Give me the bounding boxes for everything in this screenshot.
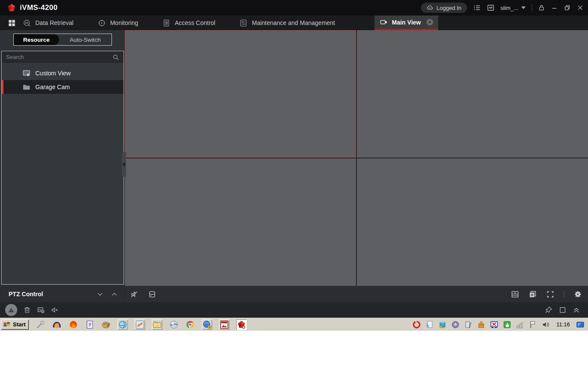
status-bar xyxy=(0,302,588,318)
start-label: Start xyxy=(13,321,26,328)
task-list-icon[interactable] xyxy=(473,4,481,12)
quick-launch xyxy=(36,319,247,330)
minimize-button[interactable] xyxy=(551,4,558,11)
sidebar-tab-group: Resource Auto-Switch xyxy=(13,34,112,46)
video-grid-2x2 xyxy=(125,30,588,286)
microphone-app-icon[interactable] xyxy=(36,320,45,329)
chrome-app-icon[interactable] xyxy=(186,320,195,329)
blue-orb-app-icon xyxy=(202,320,212,329)
tab-access-control[interactable]: Access Control xyxy=(162,16,215,30)
video-pane-1-selected[interactable] xyxy=(125,30,356,158)
tab-monitoring[interactable]: Monitoring xyxy=(98,16,138,30)
record-disk-icon[interactable] xyxy=(148,290,156,298)
audacity-app-icon[interactable] xyxy=(52,320,62,329)
square-window-icon[interactable] xyxy=(559,306,566,314)
tray-star-orb-icon[interactable] xyxy=(451,320,460,329)
tray-orange-box-icon[interactable] xyxy=(477,320,486,329)
resource-panel: Custom View Garage Cam xyxy=(1,51,124,285)
pin-icon[interactable] xyxy=(545,306,553,314)
video-pane-3[interactable] xyxy=(125,158,356,286)
folder-app-icon xyxy=(152,320,162,329)
monitoring-icon xyxy=(98,19,106,27)
tree-item-label: Custom View xyxy=(35,70,71,77)
tray-document-icon[interactable] xyxy=(425,320,434,329)
double-chevron-up-icon[interactable] xyxy=(573,306,580,314)
internet-explorer-button[interactable] xyxy=(118,319,128,330)
tab-main-view[interactable]: Main View ✕ xyxy=(374,16,438,30)
chevron-down-icon[interactable] xyxy=(97,291,103,298)
app-logo-icon xyxy=(7,3,16,12)
ptz-control-label: PTZ Control xyxy=(9,291,43,298)
ivms-taskbar-button[interactable] xyxy=(236,319,247,330)
remote-tool-button[interactable] xyxy=(202,319,212,330)
resource-tree: Custom View Garage Cam xyxy=(2,66,124,94)
system-tray: 11:16 xyxy=(412,320,586,329)
notes-app-icon[interactable] xyxy=(85,320,94,329)
restore-button[interactable] xyxy=(564,4,571,11)
taskbar-clock[interactable]: 11:16 xyxy=(556,321,570,328)
logged-in-badge[interactable]: Logged In xyxy=(421,3,467,13)
start-button[interactable]: Start xyxy=(1,319,29,330)
lock-icon[interactable] xyxy=(538,4,545,11)
tab-label: Monitoring xyxy=(110,19,138,26)
tray-clipboard-plug-icon[interactable] xyxy=(464,320,473,329)
paint-app-icon[interactable] xyxy=(101,320,111,329)
window-division-icon[interactable] xyxy=(511,290,519,298)
tray-red-sync-icon[interactable] xyxy=(412,320,421,329)
tab-auto-switch[interactable]: Auto-Switch xyxy=(59,34,111,45)
file-manager-button[interactable] xyxy=(152,319,162,330)
trash-icon[interactable] xyxy=(23,306,31,314)
alarm-triangle-icon xyxy=(8,307,15,313)
alarm-center-button[interactable] xyxy=(5,304,17,316)
app-window: iVMS-4200 Logged In slim_... xyxy=(0,0,588,331)
statistics-icon[interactable] xyxy=(487,4,495,12)
tray-signal-bars-icon[interactable] xyxy=(516,320,524,329)
swirl-app-icon xyxy=(135,320,145,329)
image-viewer-button[interactable] xyxy=(219,319,229,330)
access-control-icon xyxy=(162,19,170,27)
user-menu[interactable]: slim_... xyxy=(501,5,526,11)
chevron-up-icon[interactable] xyxy=(111,291,118,298)
search-icon[interactable] xyxy=(112,54,119,61)
windows-taskbar: Start xyxy=(0,318,588,331)
audio-muted-icon[interactable] xyxy=(130,290,139,298)
globe-browser-icon[interactable] xyxy=(169,320,179,329)
close-all-views-icon[interactable] xyxy=(529,290,537,298)
fullscreen-icon[interactable] xyxy=(546,290,554,298)
tab-resource[interactable]: Resource xyxy=(14,34,59,45)
ptz-control-panel[interactable]: PTZ Control xyxy=(0,286,125,302)
module-tab-bar: Data Retrieval Monitoring Access Control xyxy=(0,16,588,30)
folder-icon xyxy=(22,84,31,91)
cloud-icon xyxy=(427,4,433,11)
internet-explorer-icon xyxy=(118,320,127,329)
data-retrieval-icon xyxy=(23,19,31,27)
modules-menu-icon[interactable] xyxy=(8,19,16,27)
tray-volume-icon[interactable] xyxy=(542,320,550,329)
settings-gear-icon[interactable] xyxy=(574,290,582,298)
video-pane-4[interactable] xyxy=(357,158,588,286)
tree-item-custom-view[interactable]: Custom View xyxy=(2,66,124,80)
search-bar xyxy=(2,51,124,63)
video-display-area xyxy=(125,30,588,286)
tab-maintenance[interactable]: Maintenance and Management xyxy=(239,16,335,30)
video-pane-2[interactable] xyxy=(357,30,588,158)
mute-speaker-icon[interactable] xyxy=(51,306,59,314)
tab-close-icon[interactable]: ✕ xyxy=(427,19,433,25)
ivms-app-icon xyxy=(237,320,246,329)
tray-green-thumb-icon[interactable] xyxy=(503,320,511,329)
tray-package-icon[interactable] xyxy=(438,320,447,329)
swirl-app-button[interactable] xyxy=(135,319,145,330)
tray-flag-icon[interactable] xyxy=(529,320,537,329)
tree-item-garage-cam[interactable]: Garage Cam xyxy=(2,80,124,94)
no-image-icon[interactable] xyxy=(37,306,45,314)
tray-display-icon[interactable] xyxy=(576,320,585,329)
tab-label: Data Retrieval xyxy=(35,19,74,26)
bottom-toolbar-row: PTZ Control xyxy=(0,286,588,302)
firefox-app-icon[interactable] xyxy=(68,320,78,329)
close-button[interactable] xyxy=(577,4,584,11)
search-input[interactable] xyxy=(6,54,112,60)
user-name: slim_... xyxy=(501,5,518,11)
tab-data-retrieval[interactable]: Data Retrieval xyxy=(23,16,74,30)
sidebar-collapse-handle[interactable] xyxy=(122,152,126,177)
tray-red-x-monitor-icon[interactable] xyxy=(490,320,498,329)
